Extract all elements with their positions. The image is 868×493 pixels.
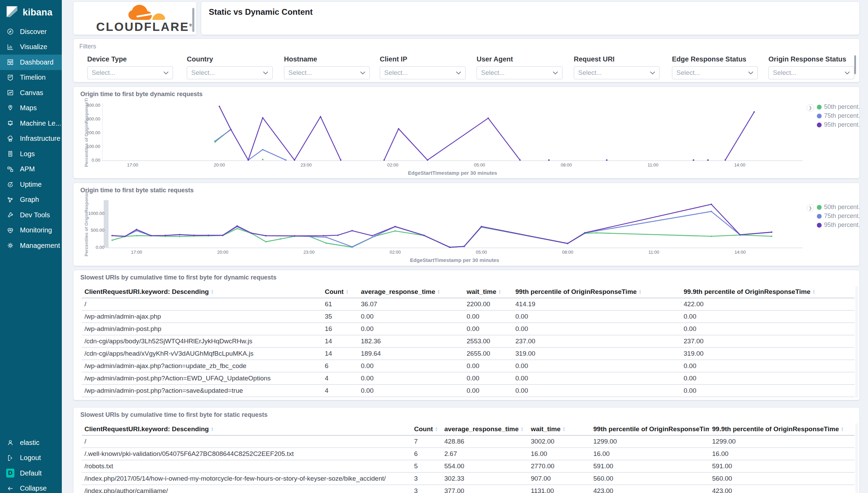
filter-select-country[interactable]: Select... [187, 66, 273, 79]
sidebar-item-label: Default [20, 469, 42, 477]
sidebar-item-timelion[interactable]: Timelion [0, 70, 62, 85]
column-header-average-response-time[interactable]: average_response_time▲▼ [442, 425, 528, 433]
table-cell: 319.00 [681, 350, 855, 357]
table-cell: /wp-admin/admin-post.php?action=save&upd… [82, 387, 322, 394]
legend-item-75th-percent[interactable]: 75th percent... [817, 213, 860, 220]
sidebar-item-default[interactable]: DDefault [0, 466, 62, 481]
table-cell: 0.00 [464, 375, 513, 382]
column-header-average-response-time[interactable]: average_response_time▲▼ [358, 288, 464, 296]
table-scrollbar-track[interactable] [855, 286, 858, 398]
sidebar-item-machine-le[interactable]: Machine Le... [0, 116, 62, 131]
sidebar-item-logs[interactable]: Logs [0, 146, 62, 162]
filter-hostname: HostnameSelect... [284, 55, 370, 79]
table-cell: 0.00 [681, 362, 855, 370]
sidebar-item-canvas[interactable]: Canvas [0, 85, 62, 101]
filters-panel-scrollbar[interactable] [854, 55, 856, 74]
filter-origin-response-status: Origin Response StatusSelect... [768, 55, 854, 79]
column-header-wait-time[interactable]: wait_time▲▼ [464, 288, 513, 296]
timelion-icon [6, 73, 14, 82]
filter-user-agent: User AgentSelect... [477, 55, 562, 79]
column-header-count[interactable]: Count▲▼ [322, 288, 358, 296]
filter-client-ip: Client IPSelect... [380, 55, 466, 79]
column-header-clientrequesturi-keyword-descending[interactable]: ClientRequestURI.keyword: Descending▲▼ [82, 425, 411, 433]
table-row: /wp-admin/admin-post.php160.000.000.000.… [82, 323, 855, 335]
partial-bucket-band [104, 200, 108, 248]
select-placeholder: Select... [288, 69, 312, 77]
sidebar-item-monitoring[interactable]: Monitoring [0, 223, 62, 238]
x-tick-label: 11:00 [648, 162, 659, 168]
sidebar: kibana DiscoverVisualizeDashboardTimelio… [0, 0, 62, 493]
sort-icon: ▲▼ [521, 427, 524, 432]
chevron-down-icon [650, 70, 655, 76]
legend-item-50th-percent[interactable]: 50th percent... [817, 204, 860, 211]
legend-item-75th-percent[interactable]: 75th percent... [817, 112, 860, 119]
kibana-logo-icon [5, 5, 19, 20]
legend-item-95th-percent[interactable]: 95th percent... [817, 121, 860, 128]
table-cell: 0.00 [681, 399, 855, 400]
column-header-99-9th-percentile-of-originresponsetime[interactable]: 99.9th percentile of OriginResponseTime▲… [681, 288, 855, 296]
sidebar-item-label: Management [20, 242, 60, 250]
sidebar-item-dev-tools[interactable]: Dev Tools [0, 207, 62, 223]
column-header-count[interactable]: Count▲▼ [411, 425, 442, 433]
machine-learning-icon [6, 119, 14, 127]
filter-field-label: User Agent [477, 55, 562, 63]
legend-collapse-chevron-icon[interactable]: ❯ [807, 204, 814, 212]
monitoring-icon [6, 226, 14, 234]
filter-select-origin-response-status[interactable]: Select... [768, 66, 854, 79]
sidebar-item-label: Logs [20, 150, 35, 158]
x-tick-label: 08:00 [561, 162, 572, 168]
column-header-clientrequesturi-keyword-descending[interactable]: ClientRequestURI.keyword: Descending▲▼ [82, 288, 322, 296]
sidebar-item-uptime[interactable]: Uptime [0, 177, 62, 192]
canvas-icon [6, 89, 14, 97]
apm-icon [6, 165, 14, 173]
sidebar-item-elastic[interactable]: elastic [0, 435, 62, 450]
filter-select-edge-response-status[interactable]: Select... [672, 66, 758, 79]
filter-select-device-type[interactable]: Select... [87, 66, 173, 79]
column-header-99th-percentile-of-originresponsetime[interactable]: 99th percentile of OriginResponseTime▲▼ [591, 425, 709, 433]
legend-item-50th-percent[interactable]: 50th percent... [817, 103, 860, 111]
chevron-down-icon [456, 70, 461, 76]
sidebar-item-infrastructure[interactable]: Infrastructure [0, 131, 62, 147]
x-tick-label: 17:00 [131, 250, 142, 255]
column-header-99-9th-percentile-of-originresponsetime[interactable]: 99.9th percentile of OriginResponseTime▲… [709, 425, 855, 433]
table-cell: 0.00 [358, 375, 464, 382]
table-cell: 422.00 [681, 300, 855, 308]
x-axis-title: EdgeStartTimestamp per 30 minutes [408, 170, 497, 176]
legend-color-dot [817, 123, 822, 127]
sidebar-item-management[interactable]: Management [0, 238, 62, 253]
sidebar-item-maps[interactable]: Maps [0, 101, 62, 116]
table-row: /index.php/2017/05/14/how-i-owned-my-mot… [82, 473, 855, 485]
sidebar-item-collapse[interactable]: Collapse [0, 481, 62, 493]
filter-select-client-ip[interactable]: Select... [380, 66, 466, 79]
sidebar-item-label: elastic [20, 439, 39, 447]
table-cell: /wp-admin/admin-post.php [82, 325, 322, 333]
table-cell: 5 [411, 462, 442, 470]
table-cell: 0.00 [464, 387, 513, 394]
sidebar-item-logout[interactable]: Logout [0, 450, 62, 466]
table-scrollbar-track[interactable] [855, 423, 858, 493]
kibana-brand[interactable]: kibana [0, 0, 62, 24]
sidebar-item-visualize[interactable]: Visualize [0, 39, 62, 55]
column-header-99th-percentile-of-originresponsetime[interactable]: 99th percentile of OriginResponseTime▲▼ [513, 288, 681, 296]
y-tick-label: 0.00 [92, 158, 100, 163]
logo-panel-scrollbar[interactable] [192, 8, 194, 32]
filter-select-hostname[interactable]: Select... [284, 66, 370, 79]
sidebar-item-discover[interactable]: Discover [0, 24, 62, 39]
table-cell: /.well-known/pki-validation/054075F6A27B… [82, 450, 411, 458]
logout-icon [6, 454, 14, 462]
chevron-down-icon [845, 70, 850, 76]
legend-collapse-chevron-icon[interactable]: ❯ [807, 104, 814, 112]
x-tick-label: 23:00 [300, 162, 312, 168]
legend-item-95th-percent[interactable]: 95th percent... [817, 221, 860, 229]
sidebar-item-dashboard[interactable]: Dashboard [0, 55, 62, 70]
sidebar-item-apm[interactable]: APM [0, 162, 62, 177]
series-line [219, 106, 341, 160]
column-header-wait-time[interactable]: wait_time▲▼ [528, 425, 591, 433]
sidebar-item-graph[interactable]: Graph [0, 192, 62, 208]
infrastructure-icon [6, 135, 14, 143]
filter-select-user-agent[interactable]: Select... [477, 66, 562, 79]
table-cell: /wp-admin/admin-post.php?... [82, 399, 322, 400]
filter-select-request-uri[interactable]: Select... [574, 66, 660, 79]
table-row: /robots.txt5554.002770.00591.00591.00 [82, 460, 855, 473]
sidebar-item-label: Uptime [20, 181, 42, 188]
